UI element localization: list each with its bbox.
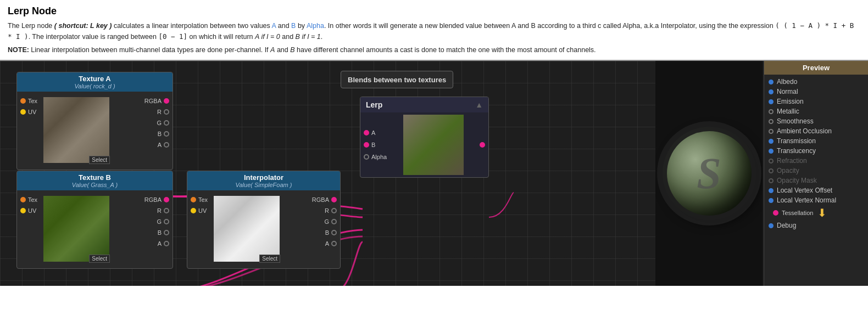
preview-port-metallic[interactable]: Metallic xyxy=(769,106,864,116)
port-dot-smoothness xyxy=(769,119,774,124)
lerp-preview-container xyxy=(390,112,476,177)
port-label-tessellation: Tessellation xyxy=(782,210,813,216)
preview-port-transmission[interactable]: Transmission xyxy=(769,136,864,146)
port-label-a: A xyxy=(371,129,375,136)
lerp-output-dot xyxy=(480,142,485,148)
port-row: A xyxy=(158,239,169,249)
port-label-ao: Ambient Occlusion xyxy=(777,127,832,135)
node-lerp-header: Lerp ▲ xyxy=(360,97,488,112)
node-texture-a-preview xyxy=(43,97,109,163)
port-dot-ao xyxy=(769,129,774,134)
canvas-area[interactable]: Texture A Value( rock_d ) Tex UV Sel xyxy=(0,61,656,286)
port-label-g: G xyxy=(157,120,162,126)
node-texture-b: Texture B Value( Grass_A ) Tex UV Se xyxy=(16,171,173,269)
interpolator-select-button[interactable]: Select xyxy=(259,255,280,263)
preview-port-lvo[interactable]: Local Vertex Offset xyxy=(769,185,864,195)
preview-port-smoothness[interactable]: Smoothness xyxy=(769,116,864,126)
node-lerp: Lerp ▲ A B Alpha xyxy=(360,97,489,178)
port-dot-tessellation xyxy=(773,210,778,216)
port-label-a: A xyxy=(325,240,329,247)
port-label-metallic: Metallic xyxy=(777,108,799,115)
node-interpolator-title: Interpolator xyxy=(192,173,336,182)
text-area: Lerp Node The Lerp node ( shortcut: L ke… xyxy=(0,0,868,61)
port-dot-pink xyxy=(164,98,169,104)
port-row: B xyxy=(158,228,169,238)
port-row: RGBA xyxy=(312,195,337,205)
preview-port-lvn[interactable]: Local Vertex Normal xyxy=(769,195,864,205)
preview-port-normal[interactable]: Normal xyxy=(769,87,864,97)
port-dot-empty xyxy=(164,120,169,126)
port-row-alpha: Alpha xyxy=(364,152,387,162)
port-label-debug: Debug xyxy=(777,222,796,229)
node-texture-b-outputs: RGBA R G B A xyxy=(141,194,173,265)
texture-b-select-button[interactable]: Select xyxy=(89,255,110,263)
preview-port-tessellation-row[interactable]: Tessellation ⬇ xyxy=(769,205,864,221)
port-label-g: G xyxy=(157,218,162,225)
lerp-collapse-icon[interactable]: ▲ xyxy=(475,100,483,109)
preview-panel-header: Preview xyxy=(764,61,868,75)
sphere-preview: S xyxy=(655,61,763,286)
port-label-r: R xyxy=(157,109,162,115)
node-texture-b-inputs: Tex UV xyxy=(17,194,41,265)
node-lerp-inputs: A B Alpha xyxy=(360,112,390,177)
node-lerp-title: Lerp xyxy=(366,100,382,109)
lerp-output xyxy=(476,112,488,177)
port-dot-refraction xyxy=(769,159,774,163)
download-icon[interactable]: ⬇ xyxy=(817,206,827,219)
preview-port-emission[interactable]: Emission xyxy=(769,97,864,106)
port-dot-yellow xyxy=(20,109,26,115)
port-dot-empty xyxy=(164,241,169,246)
port-row: B xyxy=(325,228,337,238)
node-texture-b-subtitle: Value( Grass_A ) xyxy=(21,182,168,188)
port-dot-empty xyxy=(164,230,169,235)
port-dot-opacity xyxy=(769,168,774,173)
node-texture-a-subtitle: Value( rock_d ) xyxy=(21,83,168,89)
port-dot-translucency xyxy=(769,149,774,154)
sphere-3d: S xyxy=(663,127,756,220)
preview-port-opacity: Opacity xyxy=(769,166,864,176)
node-texture-a-outputs: RGBA R G B A xyxy=(141,95,173,166)
port-dot-debug xyxy=(769,223,774,228)
port-row: UV xyxy=(20,107,37,117)
preview-port-refraction: Refraction xyxy=(769,156,864,166)
preview-port-albedo[interactable]: Albedo xyxy=(769,77,864,87)
node-interpolator-outputs: RGBA R G B A xyxy=(309,194,340,265)
port-label-a: A xyxy=(158,142,162,148)
node-texture-a-preview-container: Select xyxy=(41,95,112,166)
port-row: Tex xyxy=(20,96,37,106)
page-title: Lerp Node xyxy=(8,5,860,17)
preview-port-list: Albedo Normal Emission Metallic Smoothne… xyxy=(764,75,868,233)
preview-port-debug[interactable]: Debug xyxy=(769,221,864,230)
description: The Lerp node ( shortcut: L key ) calcul… xyxy=(8,20,860,43)
sphere-container: S xyxy=(655,61,763,286)
port-row: G xyxy=(324,217,337,227)
node-editor: Texture A Value( rock_d ) Tex UV Sel xyxy=(0,61,868,286)
port-dot-empty xyxy=(331,208,337,213)
port-row: R xyxy=(157,206,169,216)
node-interpolator-header: Interpolator Value( SimpleFoam ) xyxy=(187,171,340,190)
port-row: B xyxy=(158,129,169,139)
texture-a-select-button[interactable]: Select xyxy=(89,156,110,164)
port-row: Tex xyxy=(191,195,208,205)
port-dot-yellow xyxy=(191,208,196,213)
port-label-opacity-mask: Opacity Mask xyxy=(777,177,817,184)
port-label-b: B xyxy=(371,142,375,148)
preview-port-ao[interactable]: Ambient Occlusion xyxy=(769,126,864,136)
node-interpolator-inputs: Tex UV xyxy=(187,194,211,265)
port-label-translucency: Translucency xyxy=(777,147,816,155)
blend-label-text: Blends between two textures xyxy=(348,76,446,84)
blend-label-box: Blends between two textures xyxy=(341,71,453,88)
port-label-tex: Tex xyxy=(28,196,37,203)
port-dot-opacity-mask xyxy=(769,178,774,183)
port-dot-alpha xyxy=(364,154,369,160)
preview-port-translucency[interactable]: Translucency xyxy=(769,146,864,156)
node-lerp-body: A B Alpha xyxy=(360,112,488,177)
port-dot-lvn xyxy=(769,198,774,203)
port-label-rgba: RGBA xyxy=(312,196,329,203)
port-label-alpha: Alpha xyxy=(371,154,387,160)
port-dot-b xyxy=(364,142,369,148)
port-label-rgba: RGBA xyxy=(144,196,162,203)
port-row: A xyxy=(158,140,169,150)
port-label-b: B xyxy=(158,229,162,236)
port-dot-orange xyxy=(20,98,26,104)
